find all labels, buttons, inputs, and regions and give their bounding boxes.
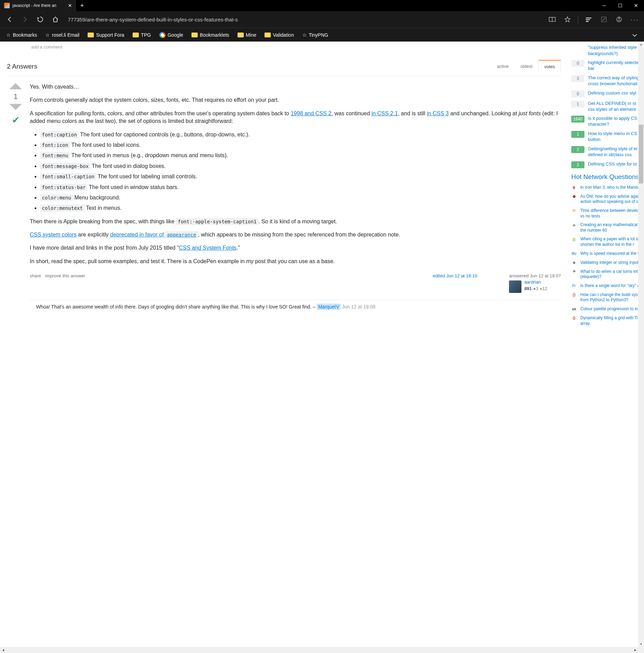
hot-question[interactable]: ⊓Time difference between develo vs no te…: [571, 208, 644, 219]
linked-link[interactable]: Is it possible to apply CS character?: [588, 116, 644, 127]
address-bar[interactable]: 777359/are-there-any-system-defined-buil…: [64, 17, 544, 23]
linked-link[interactable]: Defining custom css styl: [588, 90, 636, 96]
favorite-star-icon[interactable]: [561, 12, 574, 26]
hot-link[interactable]: Creating an easy mathematical to the num…: [580, 222, 644, 233]
close-window-button[interactable]: ✕: [628, 0, 644, 11]
comment: Whoa! That's an awesome wealth of info t…: [30, 300, 561, 314]
hot-questions-heading[interactable]: Hot Network Questions: [571, 173, 644, 181]
browser-tab[interactable]: javascript - Are there an ✕: [0, 0, 76, 11]
maximize-button[interactable]: ☐: [612, 0, 628, 11]
linked-question[interactable]: 1How to style menu in CS button: [571, 131, 644, 143]
linked-link[interactable]: highlight currently selecte bar: [588, 60, 644, 72]
bookmark-tpg[interactable]: TPG: [129, 29, 154, 41]
hot-question[interactable]: 🗑In Iron Man 3, who is the Manda: [571, 185, 644, 190]
bookmark-mine[interactable]: Mine: [234, 29, 260, 41]
avatar[interactable]: [509, 280, 521, 293]
hot-link[interactable]: In Iron Man 3, who is the Manda: [580, 185, 639, 190]
bookmarks-overflow-icon[interactable]: [628, 32, 641, 38]
scroll-up-icon[interactable]: ▲: [638, 42, 644, 47]
vertical-scrollbar[interactable]: ▲ ▼: [638, 42, 644, 653]
linked-question[interactable]: 0highlight currently selecte bar: [571, 60, 644, 72]
hot-question[interactable]: {}How can I change the build syst from P…: [571, 292, 644, 303]
share-icon[interactable]: [612, 12, 626, 26]
notes-icon[interactable]: [597, 12, 611, 26]
upvote-button[interactable]: [9, 83, 22, 89]
link-css-system-fonts[interactable]: CSS and System Fonts: [179, 245, 236, 251]
improve-link[interactable]: improve this answer: [45, 273, 86, 293]
hot-question[interactable]: FrIs there a single word for "sky" a: [571, 283, 644, 289]
hot-question[interactable]: {}Dynamically filling a grid with Ti arr…: [571, 315, 644, 326]
link-css-system-colors[interactable]: CSS system colors: [30, 232, 77, 238]
link-css2-1998[interactable]: 1998 and CSS 2: [291, 110, 331, 116]
titlebar: javascript - Are there an ✕ + ─ ☐ ✕: [0, 0, 644, 11]
minimize-button[interactable]: ─: [596, 0, 612, 11]
bookmark-google[interactable]: Google: [156, 29, 187, 41]
link-css21[interactable]: in CSS 2.1: [372, 110, 398, 116]
close-tab-icon[interactable]: ✕: [68, 3, 72, 8]
hot-question[interactable]: uxColour palette progression to in: [571, 306, 644, 312]
hot-question[interactable]: ☂What to do when a car turns int (etique…: [571, 269, 644, 280]
hot-question[interactable]: |||When citing a paper with a lot o to s…: [571, 236, 644, 247]
main-content: add a comment 2 Answers active oldest vo…: [0, 42, 568, 653]
comment-author-link[interactable]: MarqueIV: [317, 304, 341, 310]
hot-link[interactable]: Dynamically filling a grid with Ti array: [580, 315, 644, 326]
linked-question[interactable]: 2Getting/setting style of el is defined …: [571, 146, 644, 158]
downvote-button[interactable]: [9, 104, 22, 110]
linked-question[interactable]: 1640Is it possible to apply CS character…: [571, 116, 644, 127]
bookmark-email[interactable]: ☆rosel.li Email: [42, 29, 83, 41]
hot-link[interactable]: What to do when a car turns int (etiquet…: [580, 269, 644, 280]
scroll-right-icon[interactable]: ▶: [632, 647, 638, 653]
sort-votes-tab[interactable]: votes: [538, 60, 561, 73]
edited-link[interactable]: edited Jun 12 at 18:10: [433, 273, 477, 293]
vote-badge: 1: [571, 101, 584, 108]
hot-link[interactable]: How can I change the build syst from Pyt…: [580, 292, 644, 303]
horizontal-scrollbar[interactable]: ◀ ▶: [0, 647, 644, 653]
linked-link[interactable]: How to style menu in CS button: [588, 131, 644, 143]
linked-link[interactable]: Defining CSS style for to: [588, 161, 637, 167]
hot-link[interactable]: Validating integer or string input: [580, 260, 638, 266]
linked-question[interactable]: 3The correct way of styling cross browse…: [571, 75, 644, 87]
vote-badge: 1: [571, 131, 584, 138]
scroll-down-icon[interactable]: ▼: [638, 641, 644, 647]
hot-link[interactable]: Colour palette progression to in: [580, 306, 638, 312]
scroll-thumb[interactable]: [639, 125, 643, 184]
hub-icon[interactable]: [582, 12, 596, 26]
hot-link[interactable]: Why is speed measured at the t: [580, 251, 639, 257]
add-comment-link[interactable]: add a comment: [31, 44, 561, 50]
bookmark-bookmarklets[interactable]: Bookmarklets: [188, 29, 233, 41]
more-icon[interactable]: · · ·: [627, 12, 641, 26]
linked-link[interactable]: Getting/setting style of el is defined i…: [588, 146, 644, 158]
linked-question[interactable]: 2Defining CSS style for to: [571, 161, 644, 168]
linked-question[interactable]: 0Defining custom css styl: [571, 90, 644, 97]
hot-link[interactable]: Is there a single word for "sky" a: [580, 283, 639, 289]
linked-question-partial[interactable]: "suppress inherited style backgrounds?): [571, 44, 644, 56]
reading-view-icon[interactable]: [545, 12, 559, 26]
hot-link[interactable]: Time difference between develo vs no tes…: [580, 208, 644, 219]
bookmark-bookmarks[interactable]: ☆Bookmarks: [3, 29, 41, 41]
home-button[interactable]: [48, 12, 62, 26]
sort-oldest-tab[interactable]: oldest: [515, 60, 538, 73]
scroll-left-icon[interactable]: ◀: [0, 647, 6, 653]
back-button[interactable]: [3, 12, 17, 26]
linked-link[interactable]: Get ALL DEFINED( in st css styles of an …: [588, 101, 644, 113]
linked-question[interactable]: 1Get ALL DEFINED( in st css styles of an…: [571, 101, 644, 113]
stackoverflow-favicon: [4, 3, 10, 8]
forward-button[interactable]: [18, 12, 32, 26]
hot-question[interactable]: MvWhy is speed measured at the t: [571, 251, 644, 257]
hot-question[interactable]: ⬣As DM, how do you advise agai action wi…: [571, 194, 644, 205]
refresh-button[interactable]: [33, 12, 47, 26]
linked-link[interactable]: The correct way of styling cross browser…: [588, 75, 644, 87]
hot-link[interactable]: When citing a paper with a lot o to shor…: [580, 236, 644, 247]
share-link[interactable]: share: [30, 273, 41, 293]
vote-badge: 1640: [571, 116, 584, 123]
link-css3[interactable]: in CSS 3: [427, 110, 449, 116]
bookmark-validation[interactable]: Validation: [261, 29, 297, 41]
sort-active-tab[interactable]: active: [491, 60, 515, 73]
link-deprecated[interactable]: deprecated in favor of appearance: [110, 232, 198, 238]
new-tab-button[interactable]: +: [76, 2, 88, 9]
bookmark-tinypng[interactable]: ☆TinyPNG: [299, 29, 332, 41]
hot-question[interactable]: ⊕Creating an easy mathematical to the nu…: [571, 222, 644, 233]
bookmark-support-fora[interactable]: Support Fora: [84, 29, 128, 41]
hot-link[interactable]: As DM, how do you advise agai action wit…: [580, 194, 644, 205]
hot-question[interactable]: ⊕Validating integer or string input: [571, 260, 644, 266]
